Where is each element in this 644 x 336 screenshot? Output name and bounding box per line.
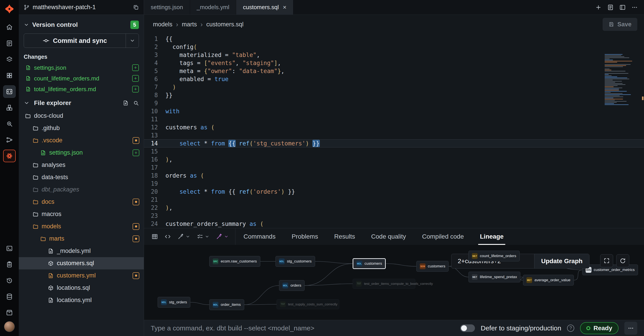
rail-item-database[interactable] (3, 291, 16, 303)
breadcrumb-item[interactable]: customers.sql (206, 21, 244, 28)
tree-item-data-tests[interactable]: data-tests (19, 171, 144, 183)
lineage-node-customers_sem[interactable]: SEMcustomers (416, 261, 448, 272)
open-editors-icon[interactable] (607, 4, 614, 10)
command-input[interactable]: Type a command, ex. dbt build --select <… (151, 324, 454, 332)
tab-customers.sql[interactable]: customers.sql× (236, 0, 294, 14)
tree-item-models[interactable]: models (19, 220, 144, 233)
code-line[interactable]: 24customer_orders_summary as ( (144, 220, 644, 228)
tab-close-icon[interactable]: × (283, 4, 286, 11)
code-line[interactable]: 18orders as ( (144, 172, 644, 180)
lineage-node-test_order_items[interactable]: TSTtest_order_items_compute_to_bools_cor… (353, 279, 415, 289)
code-line[interactable]: 22), (144, 204, 644, 212)
code-line[interactable]: 8}} (144, 91, 644, 99)
lineage-canvas[interactable]: 2+customers+2 Update Graph SRCecom.raw_c… (144, 245, 644, 320)
code-line[interactable]: 19 (144, 180, 644, 188)
dbt-logo[interactable] (4, 3, 15, 15)
panel-tab-lineage[interactable]: Lineage (472, 228, 512, 245)
code-line[interactable]: 14 select * from {{ ref('stg_customers')… (144, 139, 644, 147)
lineage-node-customers_mdl[interactable]: MDLcustomers (353, 258, 386, 269)
code-line[interactable]: 9 (144, 99, 644, 107)
code-line[interactable]: 5 meta = {"owner": "data-team"}, (144, 67, 644, 75)
panel-tab-compiled-code[interactable]: Compiled code (414, 228, 472, 245)
split-editor-icon[interactable] (620, 4, 626, 10)
copy-icon[interactable] (133, 4, 139, 10)
command-bar-more-button[interactable] (624, 322, 637, 335)
new-tab-icon[interactable] (595, 4, 602, 10)
code-line[interactable]: 11 (144, 115, 644, 123)
code-line[interactable]: 6 enabled = true (144, 75, 644, 83)
version-control-header[interactable]: Version control 5 (19, 15, 144, 33)
code-line[interactable]: 4 tags = ["events", "staging"], (144, 59, 644, 67)
refresh-button[interactable] (616, 254, 629, 267)
code-line[interactable]: 17 (144, 164, 644, 172)
build-button[interactable] (178, 234, 190, 240)
lineage-node-lifetime_spend_pretax[interactable]: METlifetime_spend_pretax (468, 272, 520, 282)
new-file-icon[interactable] (123, 100, 128, 106)
rail-item-terminal[interactable] (3, 242, 16, 255)
fullscreen-button[interactable] (600, 254, 613, 267)
save-button[interactable]: Save (603, 18, 637, 31)
rail-item-home[interactable] (3, 21, 16, 33)
panel-tab-commands[interactable]: Commands (236, 228, 284, 245)
code-line[interactable]: 12customers as ( (144, 123, 644, 131)
rail-item-jobs[interactable] (3, 101, 16, 114)
rail-item-history[interactable] (3, 274, 16, 287)
lineage-node-raw_customers[interactable]: SRCecom.raw_customers (209, 256, 260, 267)
tree-item-.github[interactable]: .github (19, 122, 144, 134)
code-line[interactable]: 10with (144, 107, 644, 115)
tree-item-marts[interactable]: marts (19, 233, 144, 245)
commit-options-button[interactable] (126, 34, 139, 47)
lineage-node-count_lifetime_orders[interactable]: METcount_lifetime_orders (468, 251, 520, 261)
code-line[interactable]: 7 ) (144, 83, 644, 91)
breadcrumb-item[interactable]: models (153, 21, 172, 28)
panel-tab-code-quality[interactable]: Code quality (363, 228, 414, 245)
tree-item-customers.yml[interactable]: customers.yml (19, 270, 144, 282)
changed-file-row[interactable]: settings.json+ (19, 62, 144, 73)
lineage-node-order_items[interactable]: MDLorder_items (209, 299, 244, 310)
search-icon[interactable] (133, 100, 139, 106)
code-line[interactable]: 2 config( (144, 43, 644, 51)
rail-item-lineage[interactable] (3, 134, 16, 146)
code-line[interactable]: 16), (144, 155, 644, 164)
lineage-node-stg_orders[interactable]: MDLstg_orders (158, 297, 190, 308)
tree-item-macros[interactable]: macros (19, 208, 144, 220)
branch-name[interactable]: matthewshaver-patch-1 (33, 4, 130, 11)
code-line[interactable]: 13 (144, 131, 644, 139)
help-icon[interactable]: ? (567, 325, 574, 332)
defer-toggle[interactable] (460, 324, 475, 332)
breadcrumb-item[interactable]: marts (182, 21, 197, 28)
rail-item-copilot[interactable] (3, 150, 16, 162)
tree-item-docs[interactable]: docs (19, 196, 144, 208)
tab-_models.yml[interactable]: _models.yml (190, 0, 236, 14)
lineage-node-average_order_value[interactable]: METaverage_order_value (523, 275, 574, 286)
tree-item-docs-cloud[interactable]: docs-cloud (19, 110, 144, 122)
rail-item-deploy[interactable] (3, 53, 16, 66)
rail-item-explore[interactable] (3, 117, 16, 130)
tree-item-dbt_packages[interactable]: dbt_packages (19, 183, 144, 196)
update-graph-button[interactable]: Update Graph (534, 254, 589, 268)
results-table-button[interactable] (152, 234, 158, 240)
changed-file-row[interactable]: count_lifetime_orders.md+ (19, 73, 144, 84)
lineage-node-orders[interactable]: MDLorders (279, 280, 304, 291)
changed-file-row[interactable]: total_lifetime_orders.md+ (19, 84, 144, 94)
tree-item-analyses[interactable]: analyses (19, 159, 144, 171)
commit-and-sync-button[interactable]: Commit and sync (24, 34, 126, 47)
code-line[interactable]: 1{{ (144, 35, 644, 43)
tree-item-settings.json[interactable]: settings.json+ (19, 147, 144, 159)
status-badge[interactable]: Ready (580, 322, 618, 334)
tree-item-_models.yml[interactable]: _models.yml (19, 245, 144, 257)
rail-item-environments[interactable] (3, 307, 16, 319)
code-line[interactable]: 3 materialized = "table", (144, 51, 644, 59)
autofix-button[interactable] (216, 234, 228, 240)
rail-item-apps[interactable] (3, 69, 16, 82)
minimap[interactable] (605, 54, 638, 105)
more-icon[interactable] (632, 4, 638, 10)
tree-item-locations.yml[interactable]: locations.yml (19, 294, 144, 306)
avatar[interactable] (4, 321, 15, 332)
code-line[interactable]: 20 select * from {{ ref('orders') }} (144, 188, 644, 196)
tree-item-locations.sql[interactable]: locations.sql (19, 282, 144, 294)
lineage-node-test_supply[interactable]: TSTtest_supply_costs_sum_correctly (276, 299, 339, 309)
compiled-code-button[interactable] (164, 234, 171, 240)
code-line[interactable]: 23 (144, 212, 644, 220)
panel-tab-results[interactable]: Results (326, 228, 363, 245)
